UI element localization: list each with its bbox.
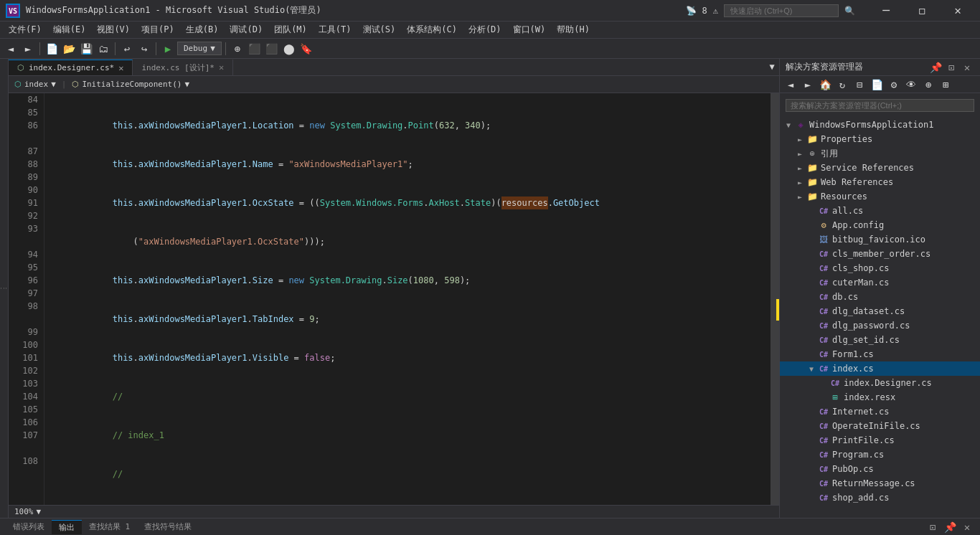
code-editor[interactable]: 84 85 86 87 88 89 90 91 92 93 94 95 96 9…: [9, 93, 779, 505]
menu-test[interactable]: 测试(S): [357, 22, 402, 37]
menu-analyze[interactable]: 分析(D): [463, 22, 507, 37]
toolbar-save-all[interactable]: 🗂: [95, 41, 111, 57]
bottom-panel-close[interactable]: ✕: [960, 520, 974, 534]
se-refresh-btn[interactable]: ↻: [834, 77, 850, 93]
tree-solution[interactable]: ▼ ◈ WindowsFormsApplication1: [780, 118, 980, 132]
tree-cls-shop[interactable]: C# cls_shop.cs: [780, 261, 980, 275]
restore-button[interactable]: ◻: [905, 0, 938, 22]
tree-appconfig[interactable]: ⚙ App.config: [780, 218, 980, 232]
tree-references[interactable]: ► ⊕ 引用: [780, 146, 980, 161]
se-tree[interactable]: ▼ ◈ WindowsFormsApplication1 ► 📁 Propert…: [780, 118, 980, 518]
tree-internet[interactable]: C# Internet.cs: [780, 404, 980, 419]
toolbar-play[interactable]: ▶: [160, 41, 176, 57]
tab-output[interactable]: 输出: [52, 520, 82, 534]
se-close-button[interactable]: ✕: [960, 60, 974, 75]
tab-find-results[interactable]: 查找结果 1: [82, 520, 137, 534]
zoom-level[interactable]: 100%: [14, 507, 34, 516]
tree-label-resources: Resources: [821, 191, 867, 202]
tree-returnmsg[interactable]: C# ReturnMessage.cs: [780, 476, 980, 491]
menu-window[interactable]: 窗口(W): [507, 22, 552, 37]
se-pin-button[interactable]: 📌: [928, 60, 943, 75]
tree-cuterman[interactable]: C# cuterMan.cs: [780, 275, 980, 290]
se-preview-btn[interactable]: 👁: [903, 77, 919, 93]
tree-program[interactable]: C# Program.cs: [780, 448, 980, 462]
tab-close-2[interactable]: ✕: [219, 62, 224, 72]
toolbar-undo[interactable]: ↩: [119, 41, 135, 57]
tree-web-ref[interactable]: ► 📁 Web References: [780, 175, 980, 189]
toolbar-forward[interactable]: ►: [20, 41, 36, 57]
close-button[interactable]: ✕: [941, 0, 974, 22]
tree-printfile[interactable]: C# PrintFile.cs: [780, 433, 980, 448]
tree-indexcs[interactable]: ▼ C# index.cs: [780, 361, 980, 376]
toolbar-step-over[interactable]: ⬛: [247, 41, 263, 57]
scrollbar-track[interactable]: [771, 93, 779, 505]
debug-selector[interactable]: Debug ▼: [177, 42, 222, 55]
method-dropdown[interactable]: ⬡ InitializeComponent() ▼: [72, 80, 189, 89]
menu-build[interactable]: 生成(B): [180, 22, 225, 37]
title-bar: VS WindowsFormsApplication1 - Microsoft …: [0, 0, 980, 22]
bottom-panel-float[interactable]: ⊡: [925, 520, 940, 534]
tree-dlg-dataset[interactable]: C# dlg_dataset.cs: [780, 304, 980, 318]
menu-debug[interactable]: 调试(D): [224, 22, 268, 37]
tab-overflow-dropdown[interactable]: ▼: [765, 59, 779, 75]
toolbar-redo[interactable]: ↪: [136, 41, 152, 57]
se-filter-btn[interactable]: ⊞: [938, 77, 953, 93]
tab-design[interactable]: index.cs [设计]* ✕: [133, 60, 233, 75]
ico-icon: 🖼: [817, 235, 830, 245]
resx-icon: ⊞: [829, 392, 842, 402]
toolbar-breakpoint[interactable]: ⬤: [281, 41, 297, 57]
class-dropdown[interactable]: ⬡ index ▼: [14, 80, 56, 89]
se-props-btn[interactable]: ⚙: [886, 77, 902, 93]
tree-dlg-password[interactable]: C# dlg_password.cs: [780, 318, 980, 333]
menu-view[interactable]: 视图(V): [91, 22, 136, 37]
bottom-panel-pin[interactable]: 📌: [943, 520, 957, 534]
toolbar-save[interactable]: 💾: [78, 41, 94, 57]
tree-cls-member[interactable]: C# cls_member_order.cs: [780, 247, 980, 261]
toolbar-bookmark[interactable]: 🔖: [298, 41, 314, 57]
cs-icon-db: C#: [817, 293, 830, 301]
menu-help[interactable]: 帮助(H): [551, 22, 595, 37]
quick-launch-input[interactable]: [724, 4, 839, 17]
se-search-input[interactable]: [786, 99, 974, 112]
tree-db[interactable]: C# db.cs: [780, 290, 980, 304]
tab-error-list[interactable]: 错误列表: [6, 520, 52, 534]
toolbar-open[interactable]: 📂: [61, 41, 77, 57]
menu-project[interactable]: 项目(P): [136, 22, 180, 37]
menu-file[interactable]: 文件(F): [3, 22, 47, 37]
tree-label-favicon: bitbug_favicon.ico: [832, 235, 925, 245]
tree-shopadd[interactable]: C# shop_add.cs: [780, 491, 980, 505]
tree-index-designer[interactable]: C# index.Designer.cs: [780, 376, 980, 390]
se-forward-btn[interactable]: ►: [800, 77, 816, 93]
se-home-btn[interactable]: 🏠: [817, 77, 833, 93]
minimize-button[interactable]: ─: [870, 0, 903, 22]
left-gutter-handle[interactable]: ⋮: [0, 285, 8, 292]
search-icon[interactable]: 🔍: [844, 6, 855, 16]
tree-allcs[interactable]: C# all.cs: [780, 204, 980, 218]
menu-tools[interactable]: 工具(T): [313, 22, 357, 37]
tab-find-symbols[interactable]: 查找符号结果: [137, 520, 199, 534]
tree-form1[interactable]: C# Form1.cs: [780, 347, 980, 361]
se-back-btn[interactable]: ◄: [783, 77, 798, 93]
se-collapse-btn[interactable]: ⊟: [852, 77, 867, 93]
se-float-button[interactable]: ⊡: [944, 60, 958, 75]
code-content[interactable]: this.axWindowsMediaPlayer1.Location = ne…: [44, 93, 779, 505]
se-showfiles-btn[interactable]: 📄: [869, 77, 885, 93]
tab-close-1[interactable]: ✕: [118, 63, 123, 73]
tab-designer-cs[interactable]: ⬡ index.Designer.cs* ✕: [9, 60, 133, 75]
menu-arch[interactable]: 体系结构(C): [401, 22, 463, 37]
toolbar-new[interactable]: 📄: [44, 41, 60, 57]
tree-pubop[interactable]: C# PubOp.cs: [780, 462, 980, 476]
tree-favicon[interactable]: 🖼 bitbug_favicon.ico: [780, 232, 980, 247]
menu-edit[interactable]: 编辑(E): [47, 22, 92, 37]
tree-service-ref[interactable]: ► 📁 Service References: [780, 161, 980, 175]
toolbar-attach[interactable]: ⊕: [230, 41, 245, 57]
tree-resources[interactable]: ► 📁 Resources: [780, 189, 980, 204]
tree-inifile[interactable]: C# OperateIniFile.cs: [780, 419, 980, 433]
toolbar-step-in[interactable]: ⬛: [264, 41, 280, 57]
se-gitchanges-btn[interactable]: ⊕: [920, 77, 936, 93]
toolbar-back[interactable]: ◄: [3, 41, 19, 57]
tree-index-resx[interactable]: ⊞ index.resx: [780, 390, 980, 404]
tree-properties[interactable]: ► 📁 Properties: [780, 132, 980, 146]
tree-dlg-setid[interactable]: C# dlg_set_id.cs: [780, 333, 980, 347]
menu-team[interactable]: 团队(M): [268, 22, 313, 37]
